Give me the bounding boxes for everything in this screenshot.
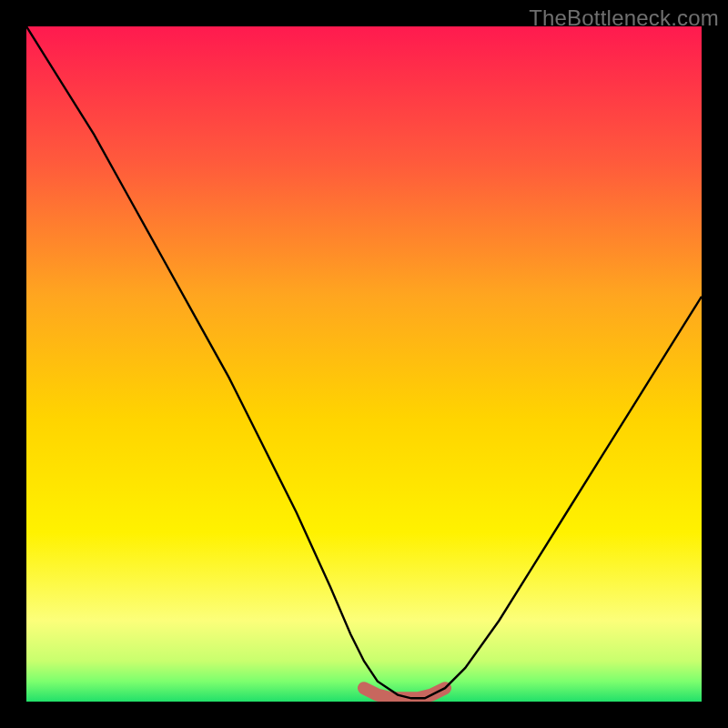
chart-frame: TheBottleneck.com [0, 0, 728, 728]
watermark-text: TheBottleneck.com [529, 5, 719, 31]
curve-layer [26, 26, 702, 702]
bottleneck-curve [26, 26, 702, 698]
plot-area [26, 26, 702, 702]
